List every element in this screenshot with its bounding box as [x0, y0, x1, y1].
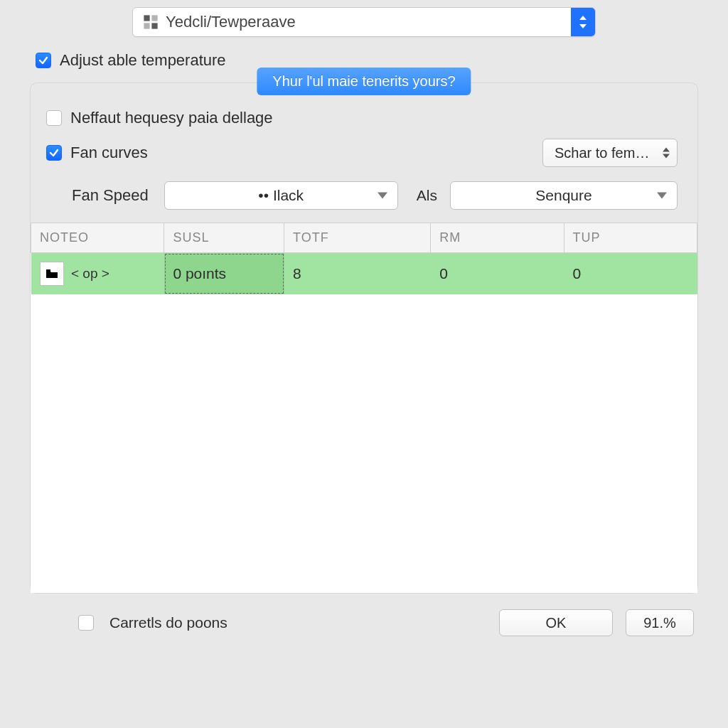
svg-rect-0: [144, 15, 149, 21]
als-value: Senqure: [535, 187, 592, 204]
folder-icon: [40, 262, 64, 286]
table-row[interactable]: < op > 0 poınts 8 0 0: [31, 253, 697, 295]
fan-curves-label: Fan curves: [70, 144, 148, 162]
neffaut-checkbox[interactable]: [46, 110, 62, 126]
col-noteo[interactable]: NOTEO: [31, 223, 164, 253]
top-profile-label: Yedcli/Tewperaave: [166, 13, 571, 31]
noteo-op: < op >: [71, 266, 109, 282]
settings-group: Yhur l'ul maie tenerits yours? Neffaut h…: [30, 82, 698, 594]
group-title-pill: Yhur l'ul maie tenerits yours?: [257, 68, 471, 95]
svg-rect-3: [151, 23, 157, 28]
percent-button-label: 91.%: [643, 615, 676, 631]
svg-rect-4: [46, 269, 50, 272]
carretls-checkbox[interactable]: [78, 615, 94, 631]
data-table: NOTEO SUSL TOTF RM TUP: [31, 223, 697, 593]
svg-rect-1: [151, 15, 157, 21]
schar-select-label: Schar to fem…: [555, 145, 649, 161]
cell-susl[interactable]: 0 poınts: [164, 253, 284, 295]
als-label: Als: [417, 187, 437, 204]
als-combo[interactable]: Senqure: [450, 181, 678, 210]
col-tup[interactable]: TUP: [564, 223, 697, 253]
table-header-row: NOTEO SUSL TOTF RM TUP: [31, 223, 697, 253]
ok-button[interactable]: OK: [499, 609, 613, 636]
neffaut-label: Neffaut hequesy paia dellage: [70, 109, 273, 127]
chevron-down-icon: [657, 193, 667, 199]
ok-button-label: OK: [546, 615, 567, 631]
cell-rm[interactable]: 0: [431, 253, 564, 295]
fan-speed-combo[interactable]: •• Ilack: [164, 181, 398, 210]
top-profile-select[interactable]: Yedcli/Tewperaave: [132, 7, 596, 37]
profile-icon: [143, 14, 159, 30]
percent-button[interactable]: 91.%: [626, 609, 694, 636]
col-totf[interactable]: TOTF: [284, 223, 431, 253]
chevron-down-icon: [378, 193, 387, 199]
fan-curves-checkbox[interactable]: [46, 145, 62, 161]
adjust-temperature-checkbox[interactable]: [36, 53, 51, 68]
fan-speed-value: •• Ilack: [258, 187, 304, 204]
updown-icon: [663, 148, 670, 159]
col-rm[interactable]: RM: [431, 223, 564, 253]
fan-speed-label: Fan Speed: [72, 186, 149, 205]
cell-totf[interactable]: 8: [284, 253, 431, 295]
svg-rect-2: [144, 23, 149, 28]
spin-icon[interactable]: [571, 8, 595, 36]
col-susl[interactable]: SUSL: [164, 223, 284, 253]
adjust-temperature-label: Adjust able temperature: [60, 51, 226, 70]
table-empty-area: [31, 294, 697, 593]
cell-tup[interactable]: 0: [564, 253, 697, 295]
schar-select[interactable]: Schar to fem…: [542, 139, 678, 167]
carretls-label: Carretls do poons: [109, 614, 228, 631]
